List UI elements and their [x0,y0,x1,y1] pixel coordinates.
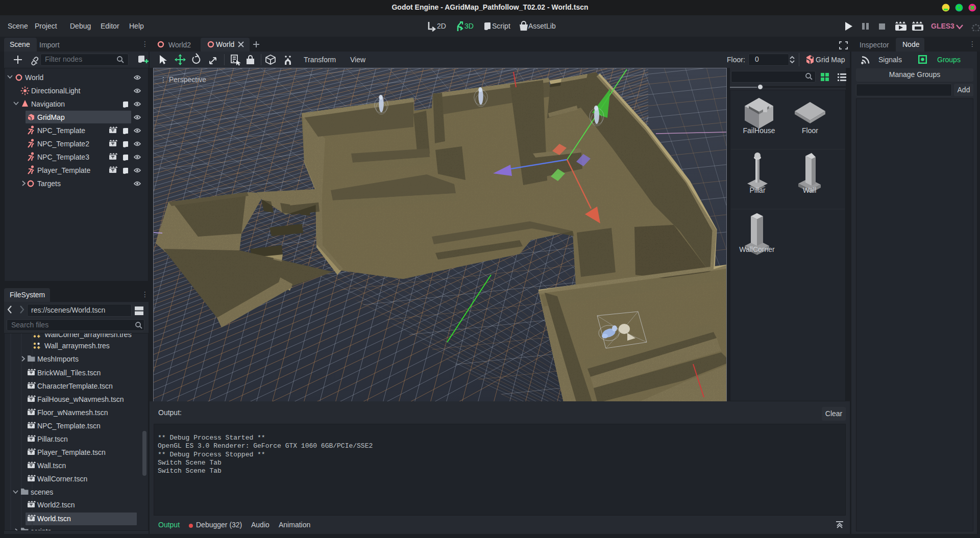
svg-text:Wall: Wall [803,186,817,194]
svg-text:Floor: Floor [802,126,818,135]
svg-text:WallCorner: WallCorner [739,245,775,253]
svg-text:FailHouse: FailHouse [743,126,775,135]
svg-text:Pillar: Pillar [749,186,765,194]
